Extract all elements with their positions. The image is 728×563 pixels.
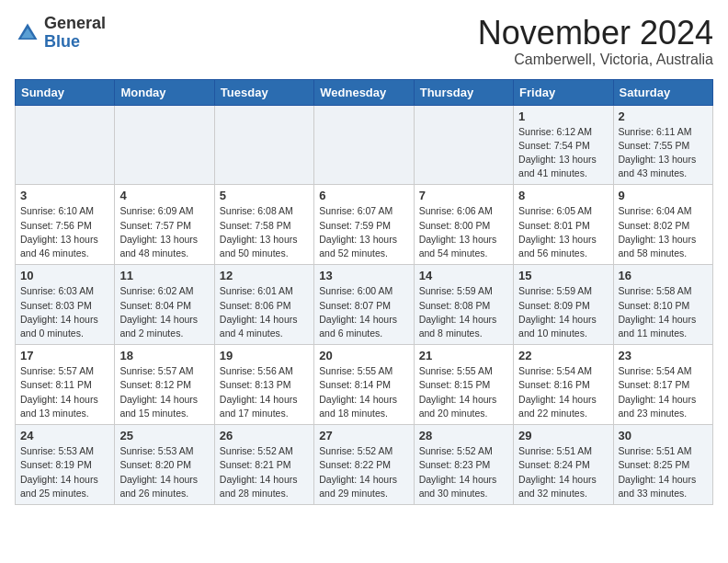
day-info: Sunrise: 5:53 AMSunset: 8:19 PMDaylight:… [20,444,109,500]
calendar-day-cell: 2Sunrise: 6:11 AMSunset: 7:55 PMDaylight… [613,105,712,185]
day-number: 26 [220,429,309,442]
calendar-day-cell: 1Sunrise: 6:12 AMSunset: 7:54 PMDaylight… [514,105,613,185]
day-number: 22 [518,349,608,362]
day-number: 27 [319,429,408,442]
month-title: November 2024 [478,15,713,52]
day-info: Sunrise: 5:52 AMSunset: 8:22 PMDaylight:… [319,444,408,500]
day-number: 2 [619,109,708,123]
calendar-table: SundayMondayTuesdayWednesdayThursdayFrid… [15,79,713,505]
day-number: 11 [119,269,209,282]
calendar-day-cell: 7Sunrise: 6:06 AMSunset: 8:00 PMDaylight… [414,185,513,265]
day-number: 15 [518,269,608,282]
calendar-day-cell: 28Sunrise: 5:52 AMSunset: 8:23 PMDayligh… [414,425,513,505]
day-info: Sunrise: 5:55 AMSunset: 8:15 PMDaylight:… [419,364,508,420]
calendar-week-row: 24Sunrise: 5:53 AMSunset: 8:19 PMDayligh… [16,425,713,505]
day-info: Sunrise: 5:58 AMSunset: 8:10 PMDaylight:… [619,284,708,340]
calendar-week-row: 3Sunrise: 6:10 AMSunset: 7:56 PMDaylight… [16,185,713,265]
day-info: Sunrise: 6:02 AMSunset: 8:04 PMDaylight:… [119,284,209,340]
day-info: Sunrise: 6:05 AMSunset: 8:01 PMDaylight:… [518,204,608,260]
day-info: Sunrise: 5:53 AMSunset: 8:20 PMDaylight:… [119,444,209,500]
calendar-day-cell: 5Sunrise: 6:08 AMSunset: 7:58 PMDaylight… [214,185,313,265]
day-number: 20 [319,349,408,362]
logo-icon [15,20,40,46]
day-info: Sunrise: 5:57 AMSunset: 8:12 PMDaylight:… [119,364,209,420]
day-info: Sunrise: 5:55 AMSunset: 8:14 PMDaylight:… [319,364,408,420]
day-number: 5 [220,189,309,202]
day-info: Sunrise: 6:04 AMSunset: 8:02 PMDaylight:… [619,204,708,260]
day-number: 3 [20,189,109,202]
logo-blue: Blue [44,32,80,51]
day-info: Sunrise: 5:54 AMSunset: 8:16 PMDaylight:… [518,364,608,420]
calendar-day-cell [16,105,115,185]
day-number: 12 [220,269,309,282]
calendar-header-monday: Monday [115,79,214,105]
calendar-day-cell: 17Sunrise: 5:57 AMSunset: 8:11 PMDayligh… [16,345,115,425]
day-number: 19 [220,349,309,362]
calendar-day-cell: 13Sunrise: 6:00 AMSunset: 8:07 PMDayligh… [314,265,414,345]
day-info: Sunrise: 6:09 AMSunset: 7:57 PMDaylight:… [119,204,209,260]
day-number: 18 [119,349,209,362]
day-number: 21 [419,349,508,362]
day-info: Sunrise: 6:08 AMSunset: 7:58 PMDaylight:… [220,204,309,260]
day-info: Sunrise: 5:52 AMSunset: 8:21 PMDaylight:… [220,444,309,500]
day-info: Sunrise: 6:00 AMSunset: 8:07 PMDaylight:… [319,284,408,340]
calendar-header-tuesday: Tuesday [214,79,313,105]
day-number: 24 [20,429,109,442]
calendar-day-cell [214,105,313,185]
calendar-header-thursday: Thursday [414,79,513,105]
calendar-day-cell: 12Sunrise: 6:01 AMSunset: 8:06 PMDayligh… [214,265,313,345]
day-number: 16 [619,269,708,282]
calendar-header-wednesday: Wednesday [314,79,414,105]
calendar-header-row: SundayMondayTuesdayWednesdayThursdayFrid… [16,79,713,105]
calendar-week-row: 17Sunrise: 5:57 AMSunset: 8:11 PMDayligh… [16,345,713,425]
calendar-day-cell: 10Sunrise: 6:03 AMSunset: 8:03 PMDayligh… [16,265,115,345]
day-info: Sunrise: 5:51 AMSunset: 8:24 PMDaylight:… [518,444,608,500]
day-info: Sunrise: 6:06 AMSunset: 8:00 PMDaylight:… [419,204,508,260]
day-info: Sunrise: 5:54 AMSunset: 8:17 PMDaylight:… [619,364,708,420]
day-info: Sunrise: 5:56 AMSunset: 8:13 PMDaylight:… [220,364,309,420]
day-number: 23 [619,349,708,362]
calendar-day-cell [314,105,414,185]
day-number: 10 [20,269,109,282]
day-info: Sunrise: 5:59 AMSunset: 8:09 PMDaylight:… [518,284,608,340]
calendar-day-cell: 30Sunrise: 5:51 AMSunset: 8:25 PMDayligh… [613,425,712,505]
day-number: 6 [319,189,408,202]
day-number: 1 [518,109,608,123]
day-number: 8 [518,189,608,202]
calendar-day-cell: 8Sunrise: 6:05 AMSunset: 8:01 PMDaylight… [514,185,613,265]
calendar-day-cell: 26Sunrise: 5:52 AMSunset: 8:21 PMDayligh… [214,425,313,505]
day-number: 7 [419,189,508,202]
day-number: 14 [419,269,508,282]
calendar-day-cell: 6Sunrise: 6:07 AMSunset: 7:59 PMDaylight… [314,185,414,265]
day-info: Sunrise: 5:52 AMSunset: 8:23 PMDaylight:… [419,444,508,500]
day-number: 9 [619,189,708,202]
day-info: Sunrise: 6:03 AMSunset: 8:03 PMDaylight:… [20,284,109,340]
calendar-day-cell: 23Sunrise: 5:54 AMSunset: 8:17 PMDayligh… [613,345,712,425]
calendar-day-cell: 27Sunrise: 5:52 AMSunset: 8:22 PMDayligh… [314,425,414,505]
day-info: Sunrise: 5:51 AMSunset: 8:25 PMDaylight:… [619,444,708,500]
day-info: Sunrise: 5:59 AMSunset: 8:08 PMDaylight:… [419,284,508,340]
calendar-day-cell: 16Sunrise: 5:58 AMSunset: 8:10 PMDayligh… [613,265,712,345]
calendar-day-cell: 24Sunrise: 5:53 AMSunset: 8:19 PMDayligh… [16,425,115,505]
calendar-day-cell: 18Sunrise: 5:57 AMSunset: 8:12 PMDayligh… [115,345,214,425]
calendar-day-cell: 4Sunrise: 6:09 AMSunset: 7:57 PMDaylight… [115,185,214,265]
calendar-day-cell: 25Sunrise: 5:53 AMSunset: 8:20 PMDayligh… [115,425,214,505]
calendar-day-cell [414,105,513,185]
calendar-header-sunday: Sunday [16,79,115,105]
calendar-day-cell: 3Sunrise: 6:10 AMSunset: 7:56 PMDaylight… [16,185,115,265]
calendar-header-saturday: Saturday [613,79,712,105]
calendar-day-cell: 15Sunrise: 5:59 AMSunset: 8:09 PMDayligh… [514,265,613,345]
calendar-day-cell: 14Sunrise: 5:59 AMSunset: 8:08 PMDayligh… [414,265,513,345]
logo-general: General [44,14,106,32]
calendar-day-cell: 9Sunrise: 6:04 AMSunset: 8:02 PMDaylight… [613,185,712,265]
calendar-header-friday: Friday [514,79,613,105]
day-number: 28 [419,429,508,442]
day-number: 4 [119,189,209,202]
day-number: 25 [119,429,209,442]
calendar-day-cell: 29Sunrise: 5:51 AMSunset: 8:24 PMDayligh… [514,425,613,505]
calendar-day-cell: 19Sunrise: 5:56 AMSunset: 8:13 PMDayligh… [214,345,313,425]
logo: General Blue [15,15,106,52]
calendar-day-cell: 21Sunrise: 5:55 AMSunset: 8:15 PMDayligh… [414,345,513,425]
calendar-day-cell: 22Sunrise: 5:54 AMSunset: 8:16 PMDayligh… [514,345,613,425]
calendar-week-row: 10Sunrise: 6:03 AMSunset: 8:03 PMDayligh… [16,265,713,345]
